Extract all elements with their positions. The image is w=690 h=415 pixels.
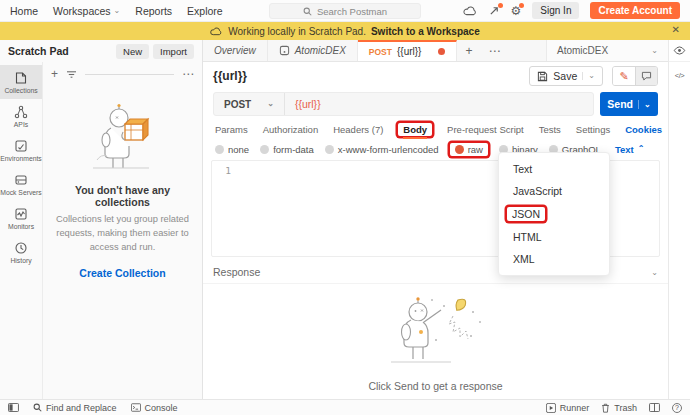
create-account-button[interactable]: Create Account bbox=[590, 2, 680, 19]
find-and-replace-button[interactable]: Find and Replace bbox=[33, 403, 117, 413]
mode-form-data[interactable]: form-data bbox=[260, 144, 314, 155]
import-button[interactable]: Import bbox=[153, 44, 194, 59]
code-snippet-button[interactable]: </> bbox=[675, 71, 684, 80]
send-label: Send bbox=[607, 98, 633, 110]
top-navigation: Home Workspaces⌄ Reports Explore Search … bbox=[0, 0, 690, 22]
mode-raw[interactable]: raw bbox=[455, 144, 483, 155]
environments-icon bbox=[14, 139, 28, 153]
search-divider bbox=[85, 74, 174, 75]
new-tab-button[interactable]: + bbox=[457, 40, 480, 61]
rail-label: Collections bbox=[4, 87, 37, 94]
radio-icon bbox=[215, 145, 224, 154]
collapse-response-icon[interactable]: ⌄ bbox=[651, 268, 658, 277]
url-input[interactable]: {{url}} bbox=[285, 98, 331, 110]
sidebar-item-history[interactable]: History bbox=[0, 235, 42, 269]
sidebar-item-mock-servers[interactable]: Mock Servers bbox=[0, 167, 42, 201]
save-button[interactable]: Save ⌄ bbox=[529, 66, 603, 86]
language-dropdown-trigger[interactable]: Text ⌃ bbox=[615, 144, 645, 155]
sidebar-item-monitors[interactable]: Monitors bbox=[0, 201, 42, 235]
switch-to-workspace-link[interactable]: Switch to a Workspace bbox=[371, 26, 480, 37]
cookies-link[interactable]: Cookies bbox=[625, 124, 662, 135]
environment-quick-look-button[interactable] bbox=[669, 40, 690, 62]
edit-pencil-button[interactable]: ✎ bbox=[613, 67, 635, 85]
nav-reports[interactable]: Reports bbox=[135, 5, 172, 17]
rail-label: History bbox=[10, 257, 31, 264]
two-pane-view-button[interactable] bbox=[649, 403, 660, 412]
tab-collection-atomicdex[interactable]: AtomicDEX bbox=[268, 40, 358, 61]
tab-overview[interactable]: Overview bbox=[203, 40, 268, 61]
tab-settings[interactable]: Settings bbox=[576, 124, 610, 135]
collections-panel: + ⋯ bbox=[42, 62, 202, 399]
empty-response-illustration bbox=[361, 292, 511, 374]
sidebar-rail: Collections APIs Environments Mock Serve… bbox=[0, 62, 42, 399]
save-options-chevron-icon[interactable]: ⌄ bbox=[582, 72, 595, 80]
trash-button[interactable]: Trash bbox=[601, 403, 637, 413]
tab-headers[interactable]: Headers (7) bbox=[333, 124, 383, 135]
mode-x-www-form-urlencoded[interactable]: x-www-form-urlencoded bbox=[325, 144, 439, 155]
tab-options-button[interactable]: ⋯ bbox=[480, 40, 508, 61]
new-button[interactable]: New bbox=[116, 44, 149, 59]
language-option-html[interactable]: HTML bbox=[499, 226, 609, 248]
tab-params[interactable]: Params bbox=[215, 124, 248, 135]
help-icon: ? bbox=[672, 403, 682, 413]
close-icon[interactable]: ✕ bbox=[672, 24, 680, 35]
collections-empty-state: You don't have any collections Collectio… bbox=[43, 102, 202, 279]
method-select[interactable]: POST ⌄ bbox=[214, 93, 285, 115]
tab-pre-request-script[interactable]: Pre-request Script bbox=[447, 124, 524, 135]
global-search-input[interactable]: Search Postman bbox=[269, 3, 421, 19]
rail-label: Monitors bbox=[8, 223, 34, 230]
language-option-javascript[interactable]: JavaScript bbox=[499, 180, 609, 202]
sidebar-header: Scratch Pad New Import bbox=[0, 40, 202, 62]
monitors-icon bbox=[14, 207, 28, 221]
settings-button[interactable]: ⚙ bbox=[511, 5, 522, 17]
tab-authorization[interactable]: Authorization bbox=[263, 124, 318, 135]
offline-cloud-button[interactable] bbox=[463, 5, 478, 16]
nav-home[interactable]: Home bbox=[10, 5, 38, 17]
toggle-sidebar-button[interactable] bbox=[8, 403, 19, 412]
help-button[interactable]: ? bbox=[672, 403, 682, 413]
comment-button[interactable] bbox=[635, 67, 657, 85]
add-collection-icon[interactable]: + bbox=[51, 68, 58, 80]
response-empty-message: Click Send to get a response bbox=[368, 380, 502, 392]
right-rail: </> bbox=[668, 40, 690, 399]
unsaved-changes-dot bbox=[438, 48, 445, 55]
runner-button[interactable]: Runner bbox=[546, 403, 590, 413]
sidebar-item-collections[interactable]: Collections bbox=[0, 65, 42, 99]
sign-in-button[interactable]: Sign In bbox=[532, 2, 579, 19]
radio-icon bbox=[260, 145, 269, 154]
tab-tests[interactable]: Tests bbox=[539, 124, 561, 135]
save-label: Save bbox=[553, 70, 577, 82]
status-bar: Find and Replace Console Runner Trash ? bbox=[0, 399, 690, 415]
language-selected: Text bbox=[615, 144, 634, 155]
sidebar-item-apis[interactable]: APIs bbox=[0, 99, 42, 133]
tab-body[interactable]: Body bbox=[403, 124, 427, 139]
history-clock-icon bbox=[14, 241, 28, 255]
create-collection-link[interactable]: Create Collection bbox=[79, 267, 165, 279]
notification-dot bbox=[519, 3, 524, 8]
console-icon bbox=[131, 403, 141, 412]
nav-explore[interactable]: Explore bbox=[187, 5, 223, 17]
nav-workspaces[interactable]: Workspaces⌄ bbox=[53, 5, 120, 17]
empty-state-description: Collections let you group related reques… bbox=[51, 213, 194, 255]
mock-servers-icon bbox=[14, 173, 28, 187]
capture-requests-button[interactable] bbox=[489, 5, 500, 16]
mode-none[interactable]: none bbox=[215, 144, 249, 155]
sidebar-item-environments[interactable]: Environments bbox=[0, 133, 42, 167]
tab-request-active[interactable]: POST {{url}} bbox=[358, 40, 458, 61]
environment-selector[interactable]: AtomicDEX ⌄ bbox=[546, 40, 668, 61]
filter-icon[interactable] bbox=[66, 70, 77, 79]
collection-tab-icon bbox=[279, 45, 290, 56]
send-button[interactable]: Send ⌄ bbox=[600, 92, 658, 116]
workspace-title: Scratch Pad bbox=[8, 45, 112, 57]
response-title: Response bbox=[213, 266, 260, 278]
more-options-icon[interactable]: ⋯ bbox=[182, 68, 194, 80]
url-bar: POST ⌄ {{url}} bbox=[213, 92, 594, 116]
banner-message: Working locally in Scratch Pad. bbox=[228, 26, 366, 37]
language-option-xml[interactable]: XML bbox=[499, 248, 609, 270]
language-option-text[interactable]: Text bbox=[499, 158, 609, 180]
scratch-pad-banner: Working locally in Scratch Pad. Switch t… bbox=[0, 22, 690, 40]
send-options-chevron-icon[interactable]: ⌄ bbox=[638, 100, 651, 109]
console-button[interactable]: Console bbox=[131, 403, 178, 413]
annotation-box-body: Body bbox=[398, 123, 432, 136]
language-option-json[interactable]: JSON bbox=[512, 208, 540, 220]
